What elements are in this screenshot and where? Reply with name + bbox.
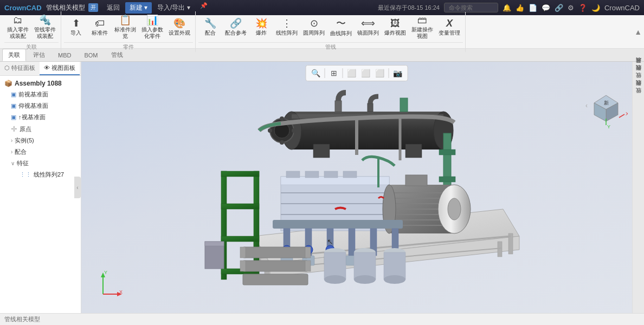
svg-point-30 <box>280 140 284 145</box>
svg-rect-94 <box>243 274 308 285</box>
command-search[interactable] <box>444 3 498 12</box>
tab-association[interactable]: 关联 <box>2 49 26 61</box>
toolbar-curve-array-btn[interactable]: 〜 曲线阵列 <box>327 15 355 38</box>
svg-rect-49 <box>286 171 300 178</box>
help-icon[interactable]: ❓ <box>578 4 587 12</box>
toolbar-section-pipeline: 🔧 配合 🔗 配合参考 💥 爆炸 ⋮ 线性阵列 ⊙ 圆周阵列 〜 曲线阵列 <box>196 12 466 52</box>
tab-pipeline[interactable]: 管线 <box>105 49 129 61</box>
tree-bottom-plane[interactable]: ▣ 仰视基准面 <box>0 100 81 112</box>
svg-point-85 <box>324 275 346 284</box>
like-icon[interactable]: 👍 <box>516 4 524 12</box>
explode-view-label: 爆炸视图 <box>384 30 406 36</box>
svg-rect-97 <box>240 261 246 271</box>
settings-icon[interactable]: ⚙ <box>568 4 574 12</box>
toolbar-pipeline-items: 🔧 配合 🔗 配合参考 💥 爆炸 ⋮ 线性阵列 ⊙ 圆周阵列 〜 曲线阵列 <box>198 13 463 41</box>
tree-front-plane[interactable]: ▣ 前视基准面 <box>0 89 81 100</box>
toolbar-import-btn[interactable]: ⬆ 导入 <box>64 16 88 38</box>
rs-item-1[interactable]: 只显示列表 <box>634 64 643 70</box>
toolbar-linear-array-btn[interactable]: ⋮ 线性阵列 <box>273 16 300 38</box>
tree-root[interactable]: 📦 Assembly 1088 <box>0 78 81 89</box>
rs-item-2[interactable]: 管线列表 <box>634 72 643 78</box>
rs-item-3[interactable]: 管线 <box>634 79 643 86</box>
mirror-array-icon: ⟺ <box>361 17 375 29</box>
svg-rect-73 <box>349 229 355 256</box>
svg-rect-36 <box>439 150 455 155</box>
toolbar-mirror-array-btn[interactable]: ⟺ 镜面阵列 <box>355 16 382 38</box>
toolbar-fit-ref-btn[interactable]: 🔗 配合参考 <box>222 16 249 38</box>
toolbar-collapse-icon[interactable]: ▲ <box>634 28 642 36</box>
main-area: ⬡特征面板 👁视图面板 📦 Assembly 1088 ▣ 前视基准面 ▣ 仰视… <box>0 62 644 313</box>
svg-point-88 <box>354 275 376 284</box>
toolbar-browse-btn[interactable]: 📋 标准件浏览 <box>112 12 139 41</box>
linear-array-label: 线性阵列 <box>276 30 298 36</box>
tree-root-icon: 📦 <box>4 80 12 87</box>
theme-icon[interactable]: 🌙 <box>591 4 600 12</box>
3d-viewport[interactable]: 🔍 ⊞ ⬜ ⬜ ⬜ 📷 新 <box>81 62 632 313</box>
view-full-btn[interactable]: ⊞ <box>327 67 340 79</box>
explode-view-icon: 🖼 <box>390 18 400 29</box>
tree-instances[interactable]: › 实例(5) <box>0 135 81 146</box>
user-name[interactable]: CrownCAD <box>604 4 640 12</box>
new-op-view-label: 新建操作视图 <box>411 27 433 40</box>
tree-origin[interactable]: ✛ 原点 <box>0 123 81 135</box>
tree-instances-label: 实例(5) <box>15 136 34 145</box>
import-icon: ⬆ <box>72 17 80 29</box>
chat-icon[interactable]: 💬 <box>542 4 550 12</box>
zoom-fit-btn[interactable]: 🔍 <box>310 67 323 79</box>
toolbar-pipe-part-btn[interactable]: 🔩 管线零件或装配 <box>31 12 59 41</box>
param-icon: 📊 <box>146 14 158 26</box>
tree-mates[interactable]: › 配合 <box>0 146 81 158</box>
tree-front-label: 前视基准面 <box>18 90 48 99</box>
tree-linear-array[interactable]: ⋮⋮ 线性阵列27 <box>0 169 81 180</box>
module-name: 管线相关模型 <box>46 3 85 12</box>
browse-label: 标准件浏览 <box>114 27 136 40</box>
svg-rect-96 <box>305 247 311 258</box>
feature-panel-tab[interactable]: ⬡特征面板 <box>0 62 40 75</box>
toolbar-param-btn[interactable]: 📊 插入参数化零件 <box>139 12 166 41</box>
view-camera-btn[interactable]: 📷 <box>391 67 404 79</box>
tree-right-plane[interactable]: ▣ ↑视基准面 <box>0 112 81 123</box>
vt-div1 <box>325 68 325 78</box>
svg-rect-24 <box>335 101 342 112</box>
view-shaded-btn[interactable]: ⬜ <box>345 67 358 79</box>
view-panel-tab[interactable]: 👁视图面板 <box>40 62 80 75</box>
titlebar-right: 最近保存于08-15 16:24 🔔 👍 📄 💬 🔗 ⚙ ❓ 🌙 CrownCA… <box>378 3 640 12</box>
toolbar-var-manage-btn[interactable]: X 变量管理 <box>436 16 463 38</box>
toolbar-explode-btn[interactable]: 💥 爆炸 <box>249 16 273 38</box>
rs-item-5[interactable]: 管线 <box>634 94 643 101</box>
standard-label: 标准件 <box>92 30 108 36</box>
app-logo: CrownCAD <box>4 4 42 12</box>
tab-mbd[interactable]: MBD <box>52 50 77 61</box>
toolbar-appearance-btn[interactable]: 🎨 设置外观 <box>166 16 193 38</box>
sidebar-collapse-handle[interactable]: ‹ <box>74 177 81 198</box>
toolbar-fit-btn[interactable]: 🔧 配合 <box>198 16 222 38</box>
toolbar-right-collapse[interactable]: ▲ <box>634 28 642 36</box>
curve-array-icon: 〜 <box>336 17 346 30</box>
toolbar-assembly-btn[interactable]: 🗂 插入零件或装配 <box>4 13 31 41</box>
toolbar-circular-array-btn[interactable]: ⊙ 圆周阵列 <box>300 16 327 38</box>
circular-array-icon: ⊙ <box>310 17 318 29</box>
assembly-icon: 🗂 <box>13 15 23 26</box>
view-tab-icon: 👁 <box>44 64 50 71</box>
svg-point-29 <box>280 116 284 121</box>
tab-bom[interactable]: BOM <box>78 50 104 61</box>
vt-div3 <box>389 68 389 78</box>
tree-features[interactable]: ∨ 特征 <box>0 158 81 169</box>
fit-icon: 🔧 <box>204 17 216 29</box>
file-icon[interactable]: 📄 <box>529 4 537 12</box>
tree-front-icon: ▣ <box>11 91 16 98</box>
share-icon[interactable]: 🔗 <box>555 4 563 12</box>
view-mode-btn[interactable]: ⬜ <box>373 67 387 79</box>
svg-rect-98 <box>305 261 311 271</box>
feature-tree: 📦 Assembly 1088 ▣ 前视基准面 ▣ 仰视基准面 ▣ ↑视基准面 … <box>0 76 81 313</box>
rs-item-4[interactable]: 管线列表 <box>634 87 643 93</box>
svg-text:Y: Y <box>104 270 107 275</box>
view-wireframe-btn[interactable]: ⬜ <box>359 67 372 79</box>
svg-rect-37 <box>439 177 455 182</box>
panel-tab-bar: ⬡特征面板 👁视图面板 <box>0 62 81 76</box>
toolbar-new-op-view-btn[interactable]: 🗃 新建操作视图 <box>409 13 436 41</box>
tab-evaluate[interactable]: 评估 <box>27 49 51 61</box>
toolbar-standard-btn[interactable]: 🏷 标准件 <box>88 16 112 38</box>
notify-icon[interactable]: 🔔 <box>503 4 511 12</box>
toolbar-explode-view-btn[interactable]: 🖼 爆炸视图 <box>382 16 409 38</box>
